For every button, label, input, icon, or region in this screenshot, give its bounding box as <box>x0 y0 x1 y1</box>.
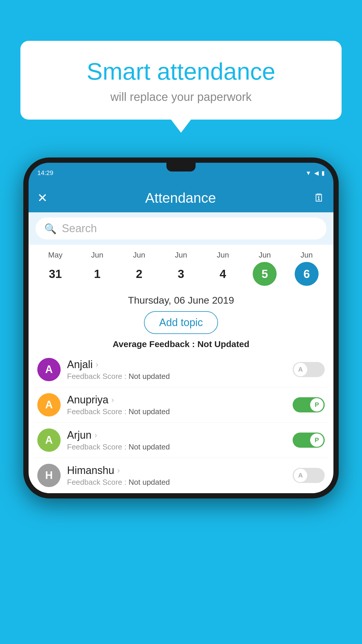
feedback-score: Feedback Score : Not updated <box>67 407 286 416</box>
cal-month: Jun <box>175 251 187 260</box>
app-bar: ✕ Attendance 🗓 <box>29 183 333 212</box>
attendance-toggle[interactable]: P <box>293 397 325 412</box>
student-info: Himanshu ›Feedback Score : Not updated <box>67 464 286 487</box>
chevron-right-icon: › <box>96 360 98 369</box>
attendance-toggle[interactable]: A <box>293 468 325 483</box>
selected-date-section: Thursday, 06 June 2019 Add topic Average… <box>29 289 333 352</box>
calendar-day-2[interactable]: Jun2 <box>127 251 151 286</box>
toggle-knob: A <box>294 469 307 482</box>
avatar: A <box>37 358 61 381</box>
student-item[interactable]: AArjun ›Feedback Score : Not updatedP <box>34 423 328 458</box>
cal-month: Jun <box>259 251 271 260</box>
attendance-toggle[interactable]: A <box>293 362 325 377</box>
student-info: Anupriya ›Feedback Score : Not updated <box>67 394 286 416</box>
toggle-knob: P <box>310 398 324 412</box>
calendar-day-3[interactable]: Jun3 <box>169 251 193 286</box>
student-name: Anjali › <box>67 358 286 371</box>
chevron-right-icon: › <box>117 466 120 475</box>
cal-month: Jun <box>217 251 229 260</box>
toggle-knob: P <box>310 433 324 447</box>
student-info: Arjun ›Feedback Score : Not updated <box>67 429 286 452</box>
speech-bubble-container: Smart attendance will replace your paper… <box>20 41 342 120</box>
phone-outer: 14:29 ▼ ◀ ▮ ✕ Attendance 🗓 🔍 Search <box>23 158 339 498</box>
cal-date[interactable]: 3 <box>169 262 193 286</box>
calendar-day-0[interactable]: May31 <box>43 251 67 286</box>
student-name: Arjun › <box>67 429 286 441</box>
speech-bubble-subtitle: will replace your paperwork <box>41 90 321 104</box>
speech-bubble: Smart attendance will replace your paper… <box>20 41 342 120</box>
student-list: AAnjali ›Feedback Score : Not updatedAAA… <box>29 352 333 493</box>
phone-notch <box>166 163 196 172</box>
wifi-icon: ▼ <box>305 170 311 176</box>
signal-icon: ◀ <box>314 169 319 176</box>
cal-date[interactable]: 31 <box>43 262 67 286</box>
calendar-day-5[interactable]: Jun5 <box>253 251 277 286</box>
search-input[interactable]: Search <box>62 222 97 235</box>
status-icons: ▼ ◀ ▮ <box>305 169 325 176</box>
battery-icon: ▮ <box>321 169 325 176</box>
phone-container: 14:29 ▼ ◀ ▮ ✕ Attendance 🗓 🔍 Search <box>23 158 339 644</box>
chevron-right-icon: › <box>111 395 114 405</box>
calendar-icon[interactable]: 🗓 <box>314 192 325 204</box>
cal-date[interactable]: 2 <box>127 262 151 286</box>
avatar: A <box>37 393 61 416</box>
avatar: A <box>37 428 61 452</box>
avg-feedback-label: Average Feedback : <box>113 339 197 349</box>
student-name: Anupriya › <box>67 394 286 406</box>
avg-feedback: Average Feedback : Not Updated <box>37 339 325 349</box>
student-item[interactable]: HHimanshu ›Feedback Score : Not updatedA <box>34 458 328 493</box>
calendar-strip: May31Jun1Jun2Jun3Jun4Jun5Jun6 <box>29 245 333 289</box>
cal-month: Jun <box>133 251 145 260</box>
cal-date[interactable]: 6 <box>295 262 319 286</box>
calendar-day-4[interactable]: Jun4 <box>211 251 235 286</box>
cal-month: Jun <box>301 251 313 260</box>
attendance-toggle[interactable]: P <box>293 433 325 448</box>
selected-date-text: Thursday, 06 June 2019 <box>37 295 325 306</box>
speech-bubble-title: Smart attendance <box>41 58 321 85</box>
calendar-day-1[interactable]: Jun1 <box>85 251 109 286</box>
search-icon: 🔍 <box>44 223 57 235</box>
student-info: Anjali ›Feedback Score : Not updated <box>67 358 286 381</box>
status-time: 14:29 <box>37 169 53 177</box>
cal-date[interactable]: 4 <box>211 262 235 286</box>
student-name: Himanshu › <box>67 464 286 477</box>
avg-feedback-value: Not Updated <box>197 339 249 349</box>
avatar: H <box>37 464 61 487</box>
search-bar-container: 🔍 Search <box>29 212 333 245</box>
search-bar[interactable]: 🔍 Search <box>36 218 326 239</box>
calendar-day-6[interactable]: Jun6 <box>295 251 319 286</box>
feedback-score: Feedback Score : Not updated <box>67 372 286 381</box>
cal-date[interactable]: 1 <box>85 262 109 286</box>
toggle-knob: A <box>294 363 307 376</box>
cal-month: Jun <box>91 251 103 260</box>
status-bar: 14:29 ▼ ◀ ▮ <box>29 163 333 183</box>
student-item[interactable]: AAnjali ›Feedback Score : Not updatedA <box>34 352 328 387</box>
student-item[interactable]: AAnupriya ›Feedback Score : Not updatedP <box>34 387 328 423</box>
feedback-score: Feedback Score : Not updated <box>67 442 286 452</box>
add-topic-button[interactable]: Add topic <box>144 311 218 334</box>
feedback-score: Feedback Score : Not updated <box>67 478 286 487</box>
close-button[interactable]: ✕ <box>37 191 48 205</box>
app-bar-title: Attendance <box>56 190 305 206</box>
chevron-right-icon: › <box>94 430 97 440</box>
cal-date[interactable]: 5 <box>253 262 277 286</box>
cal-month: May <box>48 251 62 260</box>
phone-screen: 🔍 Search May31Jun1Jun2Jun3Jun4Jun5Jun6 T… <box>29 212 333 493</box>
